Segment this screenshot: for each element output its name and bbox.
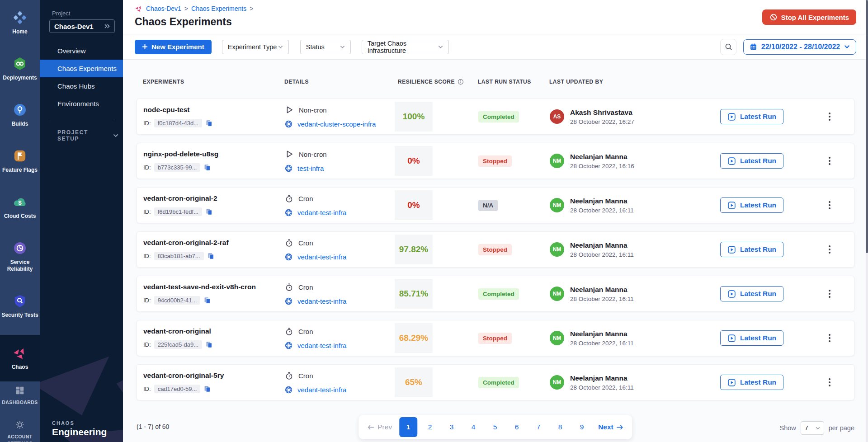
- copy-icon[interactable]: [203, 385, 211, 393]
- sidebar-item-account-settings[interactable]: ACCOUNT SETTINGS: [0, 416, 40, 442]
- infrastructure-link[interactable]: vedant-test-infra: [297, 253, 346, 261]
- copy-icon[interactable]: [203, 296, 211, 304]
- chevron-down-icon: [438, 45, 443, 49]
- kubernetes-infra-icon: [285, 209, 292, 216]
- copy-icon[interactable]: [205, 119, 213, 127]
- copy-icon[interactable]: [203, 164, 211, 171]
- experiment-name[interactable]: vedant-cron-original-2: [143, 194, 285, 202]
- date-range-picker[interactable]: 22/10/2022 - 28/10/2022: [743, 39, 856, 55]
- page-button-6[interactable]: 6: [508, 417, 526, 437]
- experiment-row[interactable]: vedant-cron-original-5ry ID: cad17ed0-59…: [137, 364, 854, 400]
- copy-icon[interactable]: [205, 341, 213, 348]
- menu-item-chaos-experiments[interactable]: Chaos Experiments: [40, 60, 123, 77]
- sidebar-item-home[interactable]: Home: [0, 5, 40, 40]
- experiment-row[interactable]: nginx-pod-delete-u8sg ID: b773c335-99...…: [137, 143, 854, 179]
- page-button-4[interactable]: 4: [464, 417, 482, 437]
- sidebar-item-deployments[interactable]: Deployments: [0, 52, 40, 86]
- experiment-row[interactable]: vedant-cron-original ID: 225fcad5-da9...…: [137, 320, 854, 356]
- breadcrumb-link-chaos-experiments[interactable]: Chaos Experiments: [191, 5, 246, 12]
- experiment-id-value: 83cab181-ab7...: [154, 252, 204, 260]
- search-button[interactable]: [720, 39, 736, 55]
- latest-run-button[interactable]: Latest Run: [720, 109, 783, 124]
- experiment-name[interactable]: node-cpu-test: [143, 106, 285, 114]
- scrollbar-thumb[interactable]: [866, 0, 868, 253]
- page-button-1[interactable]: 1: [399, 417, 417, 437]
- project-setup-toggle[interactable]: PROJECT SETUP: [40, 120, 123, 146]
- sidebar-item-feature-flags[interactable]: Feature Flags: [0, 144, 40, 178]
- latest-run-button[interactable]: Latest Run: [720, 242, 783, 257]
- page-button-8[interactable]: 8: [551, 417, 569, 437]
- new-experiment-button[interactable]: New Experiment: [135, 40, 212, 54]
- experiment-row[interactable]: vedant-cron-original-2 ID: f6d19bc1-fedf…: [137, 187, 854, 223]
- menu-item-environments[interactable]: Environments: [40, 95, 123, 113]
- scrollbar-track[interactable]: [866, 0, 868, 442]
- row-menu-kebab-icon[interactable]: [826, 243, 833, 256]
- row-menu-kebab-icon[interactable]: [826, 376, 833, 389]
- resilience-score-box: 65%: [395, 367, 433, 397]
- row-menu-kebab-icon[interactable]: [826, 198, 833, 212]
- filter-label: Experiment Type: [228, 43, 277, 51]
- row-menu-kebab-icon[interactable]: [826, 110, 833, 123]
- sidebar-item-dashboards[interactable]: DASHBOARDS: [1, 381, 38, 409]
- sidebar-item-service-reliability[interactable]: Service Reliability: [0, 236, 40, 277]
- row-menu-kebab-icon[interactable]: [826, 154, 833, 168]
- menu-item-chaos-hubs[interactable]: Chaos Hubs: [40, 77, 123, 95]
- experiment-name[interactable]: vedant-cron-original: [143, 327, 285, 335]
- experiment-name[interactable]: vedant-cron-original-5ry: [143, 371, 285, 380]
- latest-run-button[interactable]: Latest Run: [720, 375, 783, 390]
- status-filter[interactable]: Status: [300, 40, 351, 54]
- prev-page-button[interactable]: Prev: [364, 417, 396, 437]
- latest-run-button[interactable]: Latest Run: [720, 153, 783, 169]
- sidebar-item-security-tests[interactable]: Security Tests: [0, 289, 40, 323]
- infrastructure-link[interactable]: vedant-cluster-scope-infra: [297, 120, 376, 128]
- sidebar-item-builds[interactable]: Builds: [0, 98, 40, 132]
- pagination-summary: (1 - 7) of 60: [137, 423, 169, 430]
- per-page-label: per page: [829, 424, 854, 432]
- infrastructure-link[interactable]: vedant-test-infra: [297, 209, 346, 216]
- copy-icon[interactable]: [207, 252, 215, 260]
- page-button-3[interactable]: 3: [443, 417, 461, 437]
- breadcrumb-link-project[interactable]: Chaos-Dev1: [146, 5, 181, 12]
- project-selector-input[interactable]: Chaos-Dev1: [49, 19, 115, 33]
- experiment-name[interactable]: vedant-cron-original-2-raf: [143, 239, 285, 247]
- next-page-button[interactable]: Next: [594, 417, 627, 437]
- page-button-7[interactable]: 7: [529, 417, 547, 437]
- page-button-9[interactable]: 9: [573, 417, 591, 437]
- menu-item-overview[interactable]: Overview: [40, 42, 123, 60]
- experiment-name[interactable]: nginx-pod-delete-u8sg: [143, 150, 285, 158]
- run-icon: [727, 157, 736, 165]
- copy-icon[interactable]: [205, 208, 213, 216]
- sidebar-item-cloud-costs[interactable]: $ Cloud Costs: [0, 190, 40, 224]
- page-size-select[interactable]: 7: [801, 421, 824, 435]
- experiment-type-filter[interactable]: Experiment Type: [222, 40, 289, 54]
- page-size-value: 7: [805, 424, 808, 432]
- target-infrastructure-filter[interactable]: Target Chaos Infrastructure: [362, 40, 449, 54]
- page-button-2[interactable]: 2: [421, 417, 439, 437]
- page-button-5[interactable]: 5: [486, 417, 504, 437]
- sidebar-item-chaos[interactable]: Chaos: [0, 335, 40, 381]
- latest-run-button[interactable]: Latest Run: [720, 286, 783, 301]
- column-header-experiments: EXPERIMENTS: [137, 79, 284, 85]
- last-updated-date: 28 October 2022, 16:11: [570, 384, 634, 391]
- experiment-row[interactable]: vedant-cron-original-2-raf ID: 83cab181-…: [137, 231, 854, 268]
- user-avatar: NM: [550, 154, 564, 168]
- last-run-status-badge: Stopped: [478, 155, 512, 167]
- row-menu-kebab-icon[interactable]: [826, 331, 833, 345]
- project-panel: Project Chaos-Dev1 Overview Chaos Experi…: [40, 0, 123, 442]
- latest-run-button[interactable]: Latest Run: [720, 197, 783, 213]
- infrastructure-link[interactable]: test-infra: [297, 165, 324, 172]
- experiment-row[interactable]: node-cpu-test ID: f0c187d4-43d... Non-cr…: [137, 99, 854, 135]
- infrastructure-link[interactable]: vedant-test-infra: [297, 342, 346, 349]
- experiment-type-label: Cron: [298, 239, 313, 247]
- last-run-status-badge: Stopped: [478, 333, 512, 344]
- stop-all-experiments-button[interactable]: Stop All Experiments: [762, 9, 856, 25]
- infrastructure-link[interactable]: vedant-test-infra: [297, 386, 346, 394]
- infrastructure-link[interactable]: vedant-test-infra: [297, 297, 346, 305]
- info-icon[interactable]: [458, 79, 464, 85]
- experiment-name[interactable]: vedant-test-save-nd-exit-v8h-cron: [143, 283, 285, 291]
- experiment-row[interactable]: vedant-test-save-nd-exit-v8h-cron ID: 94…: [137, 276, 854, 312]
- experiments-table: EXPERIMENTS DETAILS RESILIENCE SCORE LAS…: [123, 60, 868, 442]
- row-menu-kebab-icon[interactable]: [826, 287, 833, 301]
- last-updated-by-name: Neelanjan Manna: [570, 374, 634, 382]
- latest-run-button[interactable]: Latest Run: [720, 330, 783, 346]
